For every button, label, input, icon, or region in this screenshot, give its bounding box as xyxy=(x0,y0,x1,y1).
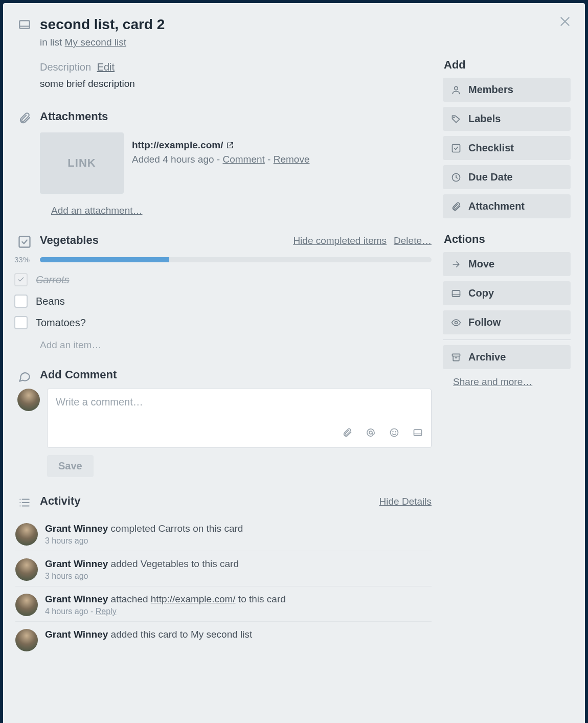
svg-rect-2 xyxy=(19,237,30,247)
attachment-subtext: Added 4 hours ago - Comment - Remove xyxy=(132,154,309,165)
checklist-progress-fill xyxy=(40,257,169,262)
copy-button[interactable]: Copy xyxy=(443,281,571,305)
attachment-url[interactable]: http://example.com/ xyxy=(132,140,309,151)
description-label: Description xyxy=(40,61,91,73)
in-list-prefix: in list xyxy=(40,37,65,48)
activity-user[interactable]: Grant Winney xyxy=(45,629,108,640)
hide-details-link[interactable]: Hide Details xyxy=(379,496,432,507)
activity-action: to this card xyxy=(236,594,286,604)
activity-action: attached xyxy=(108,594,150,604)
svg-rect-19 xyxy=(453,290,460,297)
checkbox-icon[interactable] xyxy=(14,316,28,329)
sidebar-label: Due Date xyxy=(468,171,513,183)
move-button[interactable]: Move xyxy=(443,252,571,276)
members-button[interactable]: Members xyxy=(443,78,571,102)
checklist-button[interactable]: Checklist xyxy=(443,136,571,160)
comment-input[interactable]: Write a comment… xyxy=(47,389,432,448)
activity-link[interactable]: http://example.com/ xyxy=(151,594,236,604)
add-checklist-item[interactable]: Add an item… xyxy=(40,340,432,351)
activity-item: Grant Winney added this card to My secon… xyxy=(15,622,432,657)
close-icon[interactable] xyxy=(558,14,572,31)
sidebar-add-title: Add xyxy=(444,58,571,72)
activity-item: Grant Winney completed Carrots on this c… xyxy=(15,511,432,551)
activity-item: Grant Winney attached http://example.com… xyxy=(15,586,432,622)
svg-point-6 xyxy=(395,432,396,432)
avatar[interactable] xyxy=(15,558,38,581)
sidebar: Add Members Labels Checklist Due Date At… xyxy=(443,13,571,657)
checkbox-icon[interactable] xyxy=(14,295,28,308)
user-icon xyxy=(451,85,461,95)
card-modal: second list, card 2 in list My second li… xyxy=(3,3,585,723)
add-comment-title: Add Comment xyxy=(40,368,117,381)
svg-point-15 xyxy=(455,86,458,90)
sidebar-label: Copy xyxy=(468,287,494,299)
attachment-item[interactable]: LINK http://example.com/ Added 4 hours a… xyxy=(40,132,432,194)
sidebar-label: Move xyxy=(468,258,494,270)
external-link-icon xyxy=(226,141,234,149)
eye-icon xyxy=(451,318,461,328)
in-list: in list My second list xyxy=(17,37,432,48)
card-title[interactable]: second list, card 2 xyxy=(17,16,432,33)
hide-completed-link[interactable]: Hide completed items xyxy=(293,235,387,246)
due-date-button[interactable]: Due Date xyxy=(443,165,571,189)
card-icon xyxy=(451,288,461,299)
avatar[interactable] xyxy=(17,389,40,411)
sidebar-label: Follow xyxy=(468,317,501,328)
checklist-item-label: Beans xyxy=(36,296,65,307)
checklist-item-label: Carrots xyxy=(36,274,70,286)
share-more-link[interactable]: Share and more… xyxy=(453,376,571,388)
attachment-button[interactable]: Attachment xyxy=(443,194,571,218)
sidebar-actions-title: Actions xyxy=(444,233,571,246)
sidebar-label: Archive xyxy=(468,351,506,363)
description-text[interactable]: some brief description xyxy=(17,78,432,89)
checklist-progress-bar xyxy=(40,257,432,262)
activity-reply-link[interactable]: Reply xyxy=(96,607,117,616)
activity-user[interactable]: Grant Winney xyxy=(45,558,108,569)
add-attachment-link[interactable]: Add an attachment… xyxy=(51,205,143,216)
activity-action: added Vegetables to this card xyxy=(108,558,239,569)
card-icon[interactable] xyxy=(413,427,423,440)
avatar[interactable] xyxy=(15,594,38,616)
list-link[interactable]: My second list xyxy=(65,37,126,48)
attachment-added: Added 4 hours ago xyxy=(132,154,214,165)
follow-button[interactable]: Follow xyxy=(443,310,571,334)
checklist-icon xyxy=(16,234,33,250)
checkbox-checked-icon[interactable] xyxy=(14,273,28,286)
archive-button[interactable]: Archive xyxy=(443,345,571,369)
labels-button[interactable]: Labels xyxy=(443,107,571,131)
attachment-remove-link[interactable]: Remove xyxy=(274,154,310,165)
avatar[interactable] xyxy=(15,523,38,546)
clock-icon xyxy=(451,172,461,183)
description-edit-link[interactable]: Edit xyxy=(97,61,115,73)
emoji-icon[interactable] xyxy=(389,427,399,440)
archive-icon xyxy=(451,352,461,363)
mention-icon[interactable] xyxy=(366,427,376,440)
attach-icon[interactable] xyxy=(342,427,352,440)
checklist-item[interactable]: Tomatoes? xyxy=(14,312,432,333)
checklist-item-label: Tomatoes? xyxy=(36,317,86,329)
attachments-title: Attachments xyxy=(40,110,108,123)
tag-icon xyxy=(451,114,461,124)
checklist-title[interactable]: Vegetables xyxy=(40,234,99,247)
paperclip-icon xyxy=(451,201,461,212)
svg-rect-22 xyxy=(453,354,460,356)
svg-point-3 xyxy=(369,431,372,434)
svg-rect-0 xyxy=(19,20,30,28)
save-comment-button[interactable]: Save xyxy=(47,455,94,477)
svg-point-5 xyxy=(393,432,393,432)
activity-icon xyxy=(16,494,33,511)
activity-time: 4 hours ago xyxy=(45,607,88,616)
attachment-thumbnail[interactable]: LINK xyxy=(40,132,124,194)
attachment-comment-link[interactable]: Comment xyxy=(222,154,264,165)
attachment-url-text: http://example.com/ xyxy=(132,140,223,151)
comment-placeholder: Write a comment… xyxy=(56,396,423,408)
checklist-item[interactable]: Carrots xyxy=(14,269,432,290)
activity-user[interactable]: Grant Winney xyxy=(45,523,108,534)
avatar[interactable] xyxy=(15,629,38,651)
delete-checklist-link[interactable]: Delete… xyxy=(394,235,432,246)
activity-user[interactable]: Grant Winney xyxy=(45,594,108,604)
activity-item: Grant Winney added Vegetables to this ca… xyxy=(15,551,432,586)
description-header: Description Edit xyxy=(17,61,432,73)
sidebar-separator xyxy=(443,340,571,340)
checklist-item[interactable]: Beans xyxy=(14,290,432,312)
